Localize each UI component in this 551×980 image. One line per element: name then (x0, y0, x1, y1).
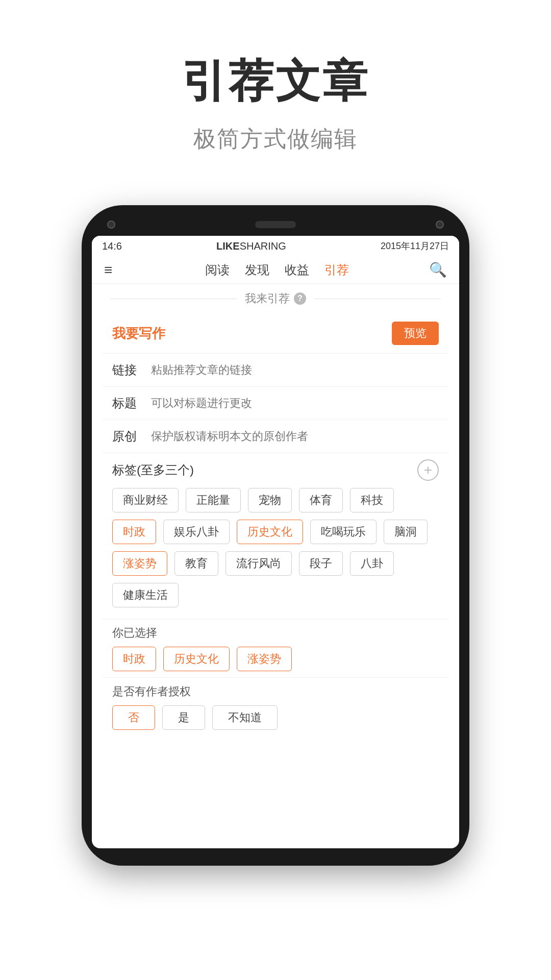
tag-history[interactable]: 历史文化 (237, 520, 303, 544)
selected-tag-politics[interactable]: 时政 (112, 647, 156, 671)
tag-positive[interactable]: 正能量 (186, 488, 241, 512)
auth-yes[interactable]: 是 (162, 705, 205, 730)
tag-tech[interactable]: 科技 (350, 488, 394, 512)
selected-label: 你已选择 (112, 625, 439, 641)
app-navbar: ≡ 阅读 发现 收益 引荐 🔍 (92, 256, 459, 284)
auth-section: 是否有作者授权 否 是 不知道 (102, 677, 449, 736)
nav-tabs: 阅读 发现 收益 引荐 (205, 262, 349, 278)
phone-speaker (255, 221, 296, 228)
phone-screen: 14:6 LIKESHARING 2015年11月27日 ≡ 阅读 发现 收益 … (92, 236, 459, 848)
phone-top (92, 215, 459, 236)
auth-unknown[interactable]: 不知道 (212, 705, 278, 730)
form-container: 我要写作 预览 链接 标题 原创 (102, 313, 449, 736)
status-bar: 14:6 LIKESHARING 2015年11月27日 (92, 236, 459, 256)
selected-tag-growth[interactable]: 涨姿势 (237, 647, 292, 671)
status-date: 2015年11月27日 (381, 240, 449, 252)
menu-icon[interactable]: ≡ (104, 262, 124, 278)
link-row: 链接 (102, 354, 449, 387)
page-subtitle: 极简方式做编辑 (0, 124, 551, 154)
original-row: 原创 (102, 420, 449, 453)
tag-sports[interactable]: 体育 (299, 488, 343, 512)
status-app-name: LIKESHARING (216, 240, 286, 252)
phone-frame: 14:6 LIKESHARING 2015年11月27日 ≡ 阅读 发现 收益 … (82, 205, 469, 866)
selected-tags: 时政 历史文化 涨姿势 (112, 647, 439, 671)
tab-read[interactable]: 阅读 (205, 262, 230, 278)
selected-tag-history[interactable]: 历史文化 (163, 647, 230, 671)
preview-button[interactable]: 预览 (392, 322, 439, 345)
form-header-title: 我要写作 (112, 325, 165, 342)
tab-recommend[interactable]: 引荐 (324, 262, 349, 278)
search-icon[interactable]: 🔍 (429, 261, 447, 278)
add-tag-button[interactable]: + (417, 459, 439, 481)
phone-camera-icon (107, 220, 115, 229)
page-title: 引荐文章 (0, 51, 551, 112)
divider-left (110, 299, 237, 299)
phone-mockup: 14:6 LIKESHARING 2015年11月27日 ≡ 阅读 发现 收益 … (0, 205, 551, 866)
tab-revenue[interactable]: 收益 (285, 262, 309, 278)
original-label: 原创 (112, 428, 143, 445)
tag-gossip[interactable]: 八卦 (350, 551, 394, 576)
tags-section: 标签(至多三个) + 商业财经 正能量 宠物 体育 科技 时政 娱乐八卦 历史文… (102, 453, 449, 619)
tab-discover[interactable]: 发现 (245, 262, 269, 278)
tag-education[interactable]: 教育 (174, 551, 218, 576)
tag-food[interactable]: 吃喝玩乐 (310, 520, 377, 544)
section-title: 我来引荐 (245, 291, 290, 306)
help-icon[interactable]: ? (294, 292, 306, 305)
auth-no[interactable]: 否 (112, 705, 155, 730)
tag-politics[interactable]: 时政 (112, 520, 156, 544)
status-time: 14:6 (102, 240, 122, 252)
form-header: 我要写作 预览 (102, 313, 449, 354)
tag-fashion[interactable]: 流行风尚 (226, 551, 292, 576)
title-row: 标题 (102, 387, 449, 420)
link-label: 链接 (112, 362, 143, 378)
page-header: 引荐文章 极简方式做编辑 (0, 0, 551, 175)
tag-health[interactable]: 健康生活 (112, 583, 179, 607)
tag-jokes[interactable]: 段子 (299, 551, 343, 576)
link-input[interactable] (151, 363, 439, 377)
tags-label-row: 标签(至多三个) + (112, 459, 439, 481)
phone-sensor (436, 220, 444, 229)
section-header: 我来引荐 ? (92, 284, 459, 313)
title-input[interactable] (151, 397, 439, 410)
tag-business[interactable]: 商业财经 (112, 488, 179, 512)
phone-home-bar (92, 848, 459, 855)
tags-label: 标签(至多三个) (112, 462, 194, 478)
tags-grid: 商业财经 正能量 宠物 体育 科技 时政 娱乐八卦 历史文化 吃喝玩乐 脑洞 涨… (112, 488, 439, 607)
tag-pet[interactable]: 宠物 (248, 488, 292, 512)
auth-label: 是否有作者授权 (112, 684, 439, 699)
tag-brainstorm[interactable]: 脑洞 (384, 520, 428, 544)
tag-growth[interactable]: 涨姿势 (112, 551, 167, 576)
auth-options: 否 是 不知道 (112, 705, 439, 730)
divider-right (314, 299, 441, 299)
title-label: 标题 (112, 395, 143, 411)
original-input[interactable] (151, 430, 439, 443)
selected-section: 你已选择 时政 历史文化 涨姿势 (102, 619, 449, 677)
tag-entertainment[interactable]: 娱乐八卦 (163, 520, 230, 544)
